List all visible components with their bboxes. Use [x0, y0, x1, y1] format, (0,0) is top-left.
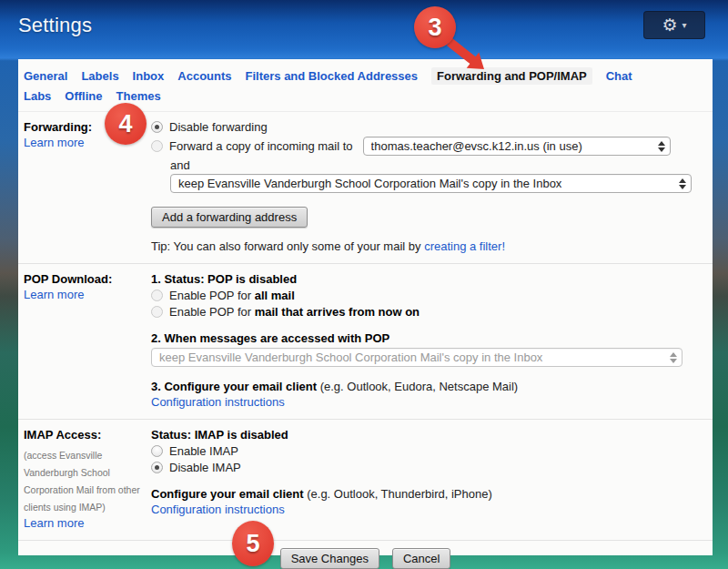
pop-action-select: keep Evansville Vanderburgh School Corpo…: [151, 348, 682, 367]
forward-action-select[interactable]: keep Evansville Vanderburgh School Corpo…: [170, 174, 692, 193]
select-stepper-icon: [670, 352, 677, 363]
pop-section-label: POP Download:: [24, 272, 151, 286]
forwarding-tip-text: Tip: You can also forward only some of y…: [151, 239, 424, 253]
tab-filters-blocked-addresses[interactable]: Filters and Blocked Addresses: [246, 67, 419, 85]
save-changes-button[interactable]: Save Changes: [280, 548, 379, 569]
tab-row-1: General Labels Inbox Accounts Filters an…: [24, 66, 703, 86]
imap-configuration-instructions-link[interactable]: Configuration instructions: [151, 503, 285, 516]
tab-labs[interactable]: Labs: [24, 87, 51, 105]
pop-learn-more-link[interactable]: Learn more: [24, 288, 84, 301]
callout-step-4: 4: [105, 103, 147, 145]
forward-copy-radio[interactable]: [151, 140, 163, 152]
imap-section-label: IMAP Access:: [24, 428, 151, 442]
imap-note: (access Evansville Vanderburgh School Co…: [24, 447, 151, 516]
add-forwarding-address-button[interactable]: Add a forwarding address: [151, 207, 308, 228]
pop-download-section: POP Download: Learn more 1. Status: POP …: [18, 264, 713, 420]
disable-forwarding-label: Disable forwarding: [169, 120, 268, 134]
screen: Settings ⚙ ▾ General Labels Inbox Accoun…: [0, 0, 728, 569]
disable-imap-radio[interactable]: [151, 462, 163, 473]
pop-label-column: POP Download: Learn more: [24, 272, 151, 409]
pop-content-column: 1. Status: POP is disabled Enable POP fo…: [151, 272, 700, 409]
cancel-button[interactable]: Cancel: [392, 548, 450, 569]
imap-access-section: IMAP Access: (access Evansville Vanderbu…: [18, 420, 713, 541]
enable-pop-from-now-label: Enable POP for mail that arrives from no…: [169, 305, 420, 319]
tab-chat[interactable]: Chat: [606, 67, 632, 85]
gear-icon: ⚙: [662, 16, 677, 34]
enable-pop-all-mail-radio[interactable]: [151, 290, 163, 301]
imap-configure-heading: Configure your email client (e.g. Outloo…: [151, 487, 700, 501]
enable-pop-all-mail-label: Enable POP for all mail: [169, 289, 295, 302]
imap-status-heading: Status: IMAP is disabled: [151, 428, 700, 442]
forward-address-select[interactable]: thomas.teacher@evsc.k12.in.us (in use): [363, 137, 671, 156]
pop-status-heading: 1. Status: POP is disabled: [151, 272, 700, 286]
tab-themes[interactable]: Themes: [116, 87, 161, 105]
pop-configure-heading: 3. Configure your email client (e.g. Out…: [151, 380, 700, 393]
pop-configuration-instructions-link[interactable]: Configuration instructions: [151, 395, 285, 409]
and-label: and: [170, 158, 700, 172]
imap-content-column: Status: IMAP is disabled Enable IMAP Dis…: [151, 428, 700, 530]
page-title: Settings: [18, 14, 92, 37]
tab-general[interactable]: General: [24, 67, 67, 85]
gear-menu-button[interactable]: ⚙ ▾: [643, 11, 705, 39]
tab-labels[interactable]: Labels: [81, 67, 118, 85]
chevron-down-icon: ▾: [682, 21, 687, 30]
imap-learn-more-link[interactable]: Learn more: [24, 516, 84, 530]
select-stepper-icon: [679, 178, 686, 189]
tab-accounts[interactable]: Accounts: [177, 67, 231, 85]
forward-copy-label: Forward a copy of incoming mail to: [169, 139, 353, 153]
pop-when-heading: 2. When messages are accessed with POP: [151, 331, 700, 345]
enable-imap-radio[interactable]: [151, 445, 163, 457]
tab-inbox[interactable]: Inbox: [133, 67, 165, 85]
creating-a-filter-link[interactable]: creating a filter!: [424, 239, 505, 253]
enable-pop-from-now-radio[interactable]: [151, 306, 163, 318]
footer-actions: Save Changes Cancel: [18, 541, 713, 569]
forwarding-content-column: Disable forwarding Forward a copy of inc…: [151, 120, 700, 253]
callout-step-3: 3: [414, 6, 456, 48]
enable-imap-label: Enable IMAP: [169, 444, 238, 458]
imap-label-column: IMAP Access: (access Evansville Vanderbu…: [24, 428, 151, 530]
disable-imap-label: Disable IMAP: [169, 461, 241, 474]
tab-offline[interactable]: Offline: [65, 87, 102, 105]
select-stepper-icon: [658, 141, 665, 152]
disable-forwarding-radio[interactable]: [151, 121, 163, 133]
callout-step-5: 5: [232, 521, 274, 566]
settings-header: Settings ⚙ ▾: [0, 0, 728, 59]
forwarding-learn-more-link[interactable]: Learn more: [24, 136, 84, 149]
